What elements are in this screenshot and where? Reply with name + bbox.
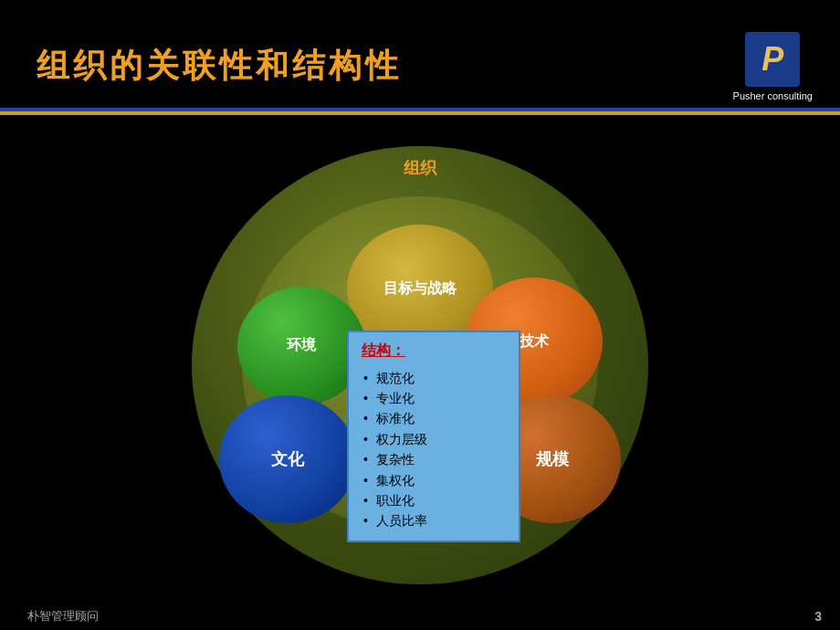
- list-item: 规范化: [362, 368, 506, 388]
- scale-label: 规模: [536, 448, 569, 470]
- popup-list: 规范化 专业化 标准化 权力层级 复杂性 集权化 职业化 人员比率: [362, 368, 506, 531]
- footer-left: 朴智管理顾问: [27, 608, 99, 625]
- main-content: 组织 目标与战略 环境 技术 文化 规模 结构：: [0, 119, 840, 603]
- divider: [0, 108, 840, 115]
- tech-label: 技术: [520, 332, 549, 352]
- culture-label: 文化: [271, 448, 304, 470]
- divider-gold: [0, 111, 840, 115]
- footer: 朴智管理顾问 3: [0, 603, 840, 630]
- logo-box: P: [745, 32, 800, 87]
- circle-env: 环境: [237, 287, 365, 405]
- diagram-container: 组织 目标与战略 环境 技术 文化 规模 结构：: [155, 137, 685, 593]
- list-item: 职业化: [362, 490, 506, 510]
- target-label: 目标与战略: [383, 279, 457, 299]
- list-item: 复杂性: [362, 449, 506, 469]
- footer-page-number: 3: [814, 609, 822, 624]
- header: 组织的关联性和结构性 P Pusher consulting: [0, 0, 840, 119]
- logo-icon: P: [761, 40, 783, 79]
- page-title: 组织的关联性和结构性: [37, 44, 733, 89]
- env-label: 环境: [287, 336, 316, 355]
- circle-culture: 文化: [219, 395, 356, 523]
- list-item: 权力层级: [362, 429, 506, 449]
- list-item: 集权化: [362, 470, 506, 490]
- logo-label: Pusher consulting: [733, 90, 813, 101]
- logo-area: P Pusher consulting: [733, 32, 813, 101]
- list-item: 标准化: [362, 408, 506, 428]
- circle-outer: 组织 目标与战略 环境 技术 文化 规模 结构：: [192, 146, 648, 584]
- label-zuzi: 组织: [404, 157, 436, 179]
- list-item: 专业化: [362, 388, 506, 408]
- list-item: 人员比率: [362, 510, 506, 530]
- popup-title: 结构：: [362, 341, 506, 361]
- popup-box: 结构： 规范化 专业化 标准化 权力层级 复杂性 集权化 职业化 人员比率: [347, 331, 520, 542]
